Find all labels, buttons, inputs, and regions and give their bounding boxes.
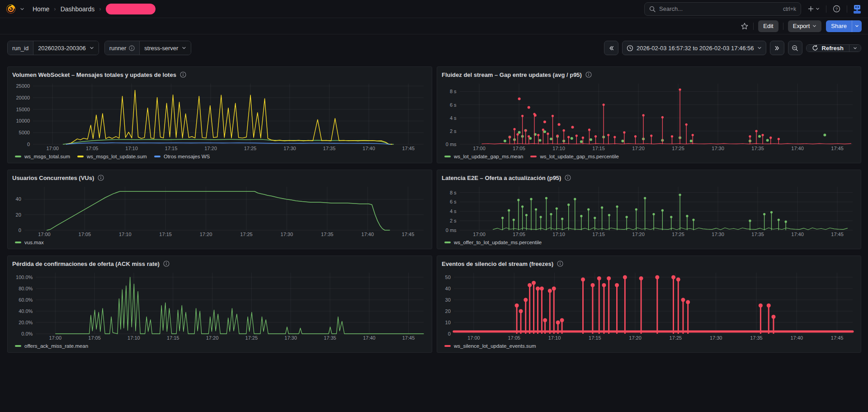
panel-header[interactable]: Latencia E2E – Oferta a actualización (p… xyxy=(442,172,856,183)
panel-legend: vus.max xyxy=(12,238,427,247)
org-switcher-caret-icon[interactable] xyxy=(20,7,24,11)
breadcrumb-home[interactable]: Home xyxy=(33,5,49,13)
svg-text:17:30: 17:30 xyxy=(710,335,722,341)
legend-item[interactable]: offers_ack_miss_rate.mean xyxy=(15,343,88,349)
svg-text:15000: 15000 xyxy=(16,107,30,112)
help-button[interactable]: ? xyxy=(831,3,842,14)
breadcrumb-current-dashboard-redacted[interactable] xyxy=(106,4,156,14)
legend-color-dash xyxy=(154,156,160,157)
legend-color-dash xyxy=(444,345,451,347)
legend-item[interactable]: ws_lot_update_gap_ms.percentile xyxy=(530,154,619,159)
chart-canvas[interactable]: 0204017:0017:0517:1017:1517:2017:2517:30… xyxy=(12,183,427,238)
search-input[interactable] xyxy=(659,5,779,12)
svg-text:17:15: 17:15 xyxy=(159,232,172,237)
panel-grid: Volumen WebSocket – Mensajes totales y u… xyxy=(7,66,861,353)
svg-text:20: 20 xyxy=(16,212,21,218)
legend-label: ws_msgs_lot_update.sum xyxy=(87,154,147,159)
panel-header[interactable]: Usuarios Concurrentes (VUs) xyxy=(12,172,427,183)
runner-variable-select[interactable]: stress-server xyxy=(139,41,191,55)
panel-stream-freezes: Eventos de silencio del stream (freezes)… xyxy=(437,256,861,353)
svg-text:0 ms: 0 ms xyxy=(446,227,457,233)
svg-text:17:10: 17:10 xyxy=(119,232,132,237)
time-shift-forward-button[interactable] xyxy=(770,41,784,55)
run-id-variable-select[interactable]: 20260203-200306 xyxy=(33,41,99,55)
legend-item[interactable]: ws_silence_lot_update_events.sum xyxy=(444,343,536,349)
info-icon[interactable] xyxy=(557,260,563,267)
export-button[interactable]: Export xyxy=(788,20,822,32)
legend-item[interactable]: vus.max xyxy=(15,240,44,245)
svg-text:17:45: 17:45 xyxy=(402,232,415,237)
info-icon[interactable] xyxy=(98,175,104,181)
zoom-out-icon xyxy=(792,45,798,52)
legend-item[interactable]: Otros mensajes WS xyxy=(154,154,210,159)
chart-canvas[interactable]: 050001000015000200002500017:0017:0517:10… xyxy=(12,80,427,152)
runner-variable: runner stress-server xyxy=(104,41,192,55)
panel-legend: ws_lot_update_gap_ms.meanws_lot_update_g… xyxy=(442,152,856,161)
chevron-down-icon xyxy=(855,24,859,28)
svg-text:60.0%: 60.0% xyxy=(19,297,33,303)
svg-text:40.0%: 40.0% xyxy=(19,308,33,314)
chevron-down-icon xyxy=(812,24,816,28)
svg-text:17:10: 17:10 xyxy=(125,146,138,151)
panel-e2e-latency: Latencia E2E – Oferta a actualización (p… xyxy=(437,170,861,249)
legend-item[interactable]: ws_msgs_total.sum xyxy=(15,154,70,159)
info-icon[interactable] xyxy=(565,175,571,181)
svg-text:17:30: 17:30 xyxy=(284,335,297,341)
chevron-down-icon xyxy=(757,46,762,50)
chart-canvas[interactable]: 0.0%20.0%40.0%60.0%80.0%100.0%17:0017:05… xyxy=(12,269,427,341)
chart-canvas[interactable]: 0 ms2 s4 s6 s8 s17:0017:0517:1017:1517:2… xyxy=(442,183,856,238)
svg-text:8 s: 8 s xyxy=(450,89,457,94)
legend-color-dash xyxy=(444,242,451,243)
user-avatar[interactable] xyxy=(852,4,863,14)
legend-item[interactable]: ws_offer_to_lot_update_ms.percentile xyxy=(444,240,542,245)
time-shift-back-button[interactable] xyxy=(604,41,618,55)
svg-text:17:05: 17:05 xyxy=(508,335,520,341)
search-box[interactable]: ctrl+k xyxy=(644,2,801,16)
info-icon[interactable] xyxy=(129,45,135,51)
svg-text:?: ? xyxy=(835,6,838,11)
info-icon[interactable] xyxy=(180,71,186,78)
legend-item[interactable]: ws_lot_update_gap_ms.mean xyxy=(444,154,523,159)
favorite-star-button[interactable] xyxy=(741,22,749,30)
dashboard-controls-bar: run_id 20260203-200306 runner stress-ser… xyxy=(0,34,868,55)
share-button[interactable]: Share xyxy=(826,20,852,32)
info-icon[interactable] xyxy=(585,71,592,78)
legend-item[interactable]: ws_msgs_lot_update.sum xyxy=(77,154,147,159)
refresh-button[interactable]: Refresh xyxy=(807,45,849,52)
svg-text:17:45: 17:45 xyxy=(831,146,844,151)
chevron-down-icon xyxy=(816,7,820,11)
svg-text:0.0%: 0.0% xyxy=(21,331,33,336)
svg-text:17:40: 17:40 xyxy=(361,232,374,237)
breadcrumb-dashboards[interactable]: Dashboards xyxy=(61,5,95,13)
svg-text:80.0%: 80.0% xyxy=(19,286,33,291)
legend-label: ws_lot_update_gap_ms.mean xyxy=(454,154,523,159)
edit-button[interactable]: Edit xyxy=(758,20,778,32)
grafana-logo-icon[interactable] xyxy=(5,4,16,14)
info-icon[interactable] xyxy=(163,260,170,267)
panel-header[interactable]: Volumen WebSocket – Mensajes totales y u… xyxy=(12,69,427,80)
svg-text:17:25: 17:25 xyxy=(245,335,258,341)
add-new-button[interactable] xyxy=(806,4,821,14)
panel-stream-gap: Fluidez del stream – Gap entre updates (… xyxy=(437,66,861,163)
svg-text:17:35: 17:35 xyxy=(751,232,764,237)
panel-header[interactable]: Pérdida de confirmaciones de oferta (ACK… xyxy=(12,258,427,269)
panel-header[interactable]: Fluidez del stream – Gap entre updates (… xyxy=(442,69,856,80)
chart-canvas[interactable]: 0102030405017:0017:0517:1017:1517:2017:2… xyxy=(442,269,856,341)
svg-text:6 s: 6 s xyxy=(450,199,457,204)
runner-variable-value: stress-server xyxy=(144,45,178,52)
export-button-label: Export xyxy=(793,23,810,29)
share-menu-caret-button[interactable] xyxy=(852,20,862,32)
svg-text:17:05: 17:05 xyxy=(86,146,99,151)
panel-header[interactable]: Eventos de silencio del stream (freezes) xyxy=(442,258,856,269)
time-range-picker[interactable]: 2026-02-03 16:57:32 to 2026-02-03 17:46:… xyxy=(622,41,766,55)
svg-text:17:40: 17:40 xyxy=(791,146,804,151)
panel-vus: Usuarios Concurrentes (VUs) 0204017:0017… xyxy=(7,170,432,249)
refresh-interval-caret-button[interactable] xyxy=(849,45,861,52)
time-controls: 2026-02-03 16:57:32 to 2026-02-03 17:46:… xyxy=(604,41,861,55)
time-zoom-out-button[interactable] xyxy=(788,41,802,55)
double-chevron-right-icon xyxy=(774,45,780,51)
run-id-variable-label: run_id xyxy=(8,41,33,55)
legend-label: ws_offer_to_lot_update_ms.percentile xyxy=(454,240,542,245)
chart-canvas[interactable]: 0 ms2 s4 s6 s8 s17:0017:0517:1017:1517:2… xyxy=(442,80,856,152)
legend-color-dash xyxy=(444,156,451,157)
